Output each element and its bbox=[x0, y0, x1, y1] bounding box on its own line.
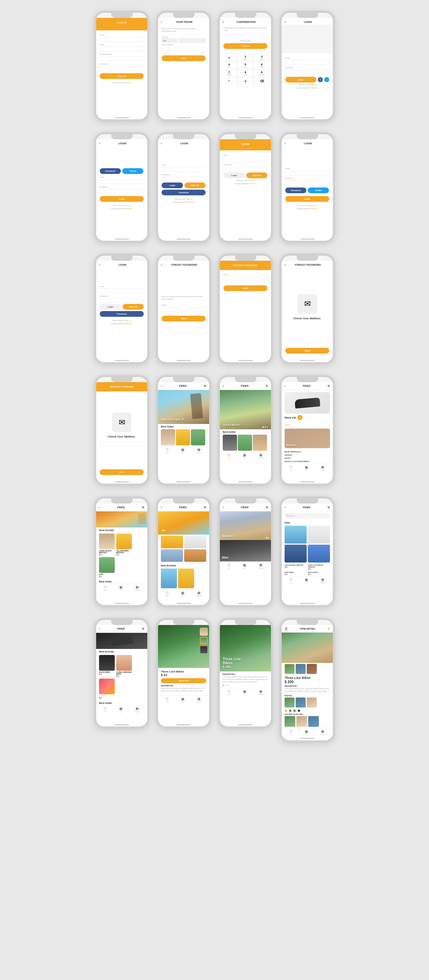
email-field[interactable] bbox=[285, 60, 329, 65]
tw-icon-circle[interactable]: t bbox=[324, 77, 329, 82]
bs-thumb-1[interactable] bbox=[223, 434, 237, 451]
key-8[interactable]: 8TUV bbox=[238, 70, 254, 77]
key-star[interactable]: * bbox=[221, 78, 237, 84]
facebook-button[interactable]: Facebook bbox=[285, 188, 306, 193]
product-3[interactable]: LOW... $10 bbox=[99, 557, 115, 578]
similar-3[interactable] bbox=[308, 716, 319, 727]
nav-cart[interactable]: ⊞Cart bbox=[243, 563, 246, 569]
thumb-1[interactable] bbox=[285, 664, 295, 674]
send-button[interactable]: Send bbox=[100, 469, 144, 475]
signup-link[interactable]: New account? Sign up bbox=[100, 204, 144, 207]
twitter-button[interactable]: Twitter bbox=[122, 168, 144, 174]
facebook-button[interactable]: Facebook bbox=[100, 168, 121, 174]
nav-home[interactable]: ♡Likes bbox=[166, 448, 169, 453]
forgot-link[interactable]: Forgot password? Recover bbox=[223, 183, 267, 185]
email-field[interactable] bbox=[100, 289, 144, 293]
email-field[interactable] bbox=[162, 167, 206, 172]
facebook-button[interactable]: Facebook bbox=[162, 189, 206, 196]
back-icon[interactable]: ‹ bbox=[285, 505, 285, 509]
nav-home[interactable]: ♡Likes bbox=[166, 697, 169, 703]
forgot-link[interactable]: Forgot password? Recover bbox=[100, 207, 144, 210]
cart-icon[interactable]: ⊞ bbox=[327, 506, 330, 509]
back-icon[interactable]: ‹ bbox=[285, 384, 285, 388]
color-2[interactable] bbox=[289, 709, 292, 712]
signup-link[interactable]: New account? Sign up bbox=[285, 84, 329, 86]
nav-settings[interactable]: ⚙Settings bbox=[196, 448, 201, 453]
nav-home[interactable]: ♡Likes bbox=[289, 465, 292, 471]
product-floral[interactable]: FLORAL DESIGNED BIKINI $55 bbox=[116, 655, 132, 677]
send-button[interactable]: Send bbox=[285, 348, 329, 353]
send-button[interactable]: Send bbox=[223, 285, 267, 291]
back-icon[interactable]: ‹ bbox=[99, 505, 100, 509]
nav-cart[interactable]: ⊞Cart bbox=[120, 707, 122, 713]
signup-link[interactable]: New account? Sign up bbox=[285, 204, 329, 207]
cat-new-arrivals[interactable]: NEW ARRIVALS bbox=[285, 450, 330, 453]
password-field[interactable] bbox=[285, 70, 329, 74]
nav-settings[interactable]: ⚙Settings bbox=[134, 707, 139, 713]
cart-icon[interactable]: ⊞ bbox=[266, 506, 268, 509]
resend-link[interactable]: Resend code bbox=[223, 40, 267, 42]
email-field[interactable] bbox=[100, 47, 144, 51]
back-icon[interactable]: ‹ bbox=[161, 505, 162, 509]
key-hash[interactable]: ⌫ bbox=[254, 78, 270, 84]
password-field[interactable] bbox=[285, 180, 329, 185]
nav-home[interactable]: ♡Likes bbox=[227, 563, 231, 569]
similar-2[interactable] bbox=[297, 716, 307, 727]
kids-product-2[interactable] bbox=[308, 526, 330, 544]
kids-product-4[interactable] bbox=[308, 545, 330, 563]
nav-cart[interactable]: ⊞Cart bbox=[305, 578, 308, 584]
bs-thumb-2[interactable] bbox=[176, 429, 190, 445]
cat-shoes[interactable]: SHOES bbox=[285, 453, 330, 457]
bs-thumb-3[interactable] bbox=[253, 434, 267, 451]
login-button[interactable]: Login bbox=[285, 77, 316, 83]
cart-icon[interactable]: ⊞ bbox=[142, 506, 144, 509]
email-field[interactable] bbox=[285, 171, 329, 175]
cart-icon[interactable]: ⊞ bbox=[266, 384, 268, 388]
nav-home[interactable]: ♡Likes bbox=[227, 453, 231, 459]
nav-cart[interactable]: ⊞Cart bbox=[181, 591, 184, 597]
nav-cart[interactable]: ⊞Cart bbox=[181, 448, 184, 453]
key-9[interactable]: 9WXYZ bbox=[254, 70, 270, 77]
na-img-1[interactable] bbox=[161, 569, 177, 588]
key-0[interactable]: 0 bbox=[238, 78, 254, 84]
signup-button[interactable]: Sign Up bbox=[185, 183, 206, 188]
nav-cart[interactable]: ⊞Cart bbox=[243, 453, 246, 459]
email-field[interactable] bbox=[162, 307, 206, 312]
email-field[interactable] bbox=[100, 179, 144, 184]
product-1[interactable]: LONGE SLEEVE BREATER $24 bbox=[99, 534, 115, 556]
bs-thumb-1[interactable] bbox=[161, 429, 175, 445]
cart-icon[interactable]: ⊞ bbox=[327, 384, 330, 388]
next-button[interactable]: Next bbox=[162, 56, 206, 61]
cart-icon[interactable]: ⊞ bbox=[142, 627, 144, 630]
na-img-2[interactable] bbox=[178, 569, 194, 588]
product-2[interactable]: YELLOW BERET BREATER $32 bbox=[116, 534, 132, 556]
nav-settings[interactable]: ⚙Settings bbox=[258, 453, 263, 459]
bs-thumb-3[interactable] bbox=[191, 429, 205, 445]
thumb-2[interactable] bbox=[296, 664, 306, 674]
cart-icon[interactable]: ⊞ bbox=[327, 627, 330, 630]
back-icon[interactable]: ‹ bbox=[161, 384, 162, 388]
nav-home[interactable]: ♡Likes bbox=[104, 585, 107, 591]
nav-home[interactable]: ♡Likes bbox=[227, 690, 231, 695]
heart-btn[interactable]: ♡ bbox=[265, 627, 269, 633]
confirm-button[interactable]: Confirm bbox=[223, 43, 267, 49]
nav-cart[interactable]: ⊞Cart bbox=[305, 730, 308, 735]
cat-bags[interactable]: BAGS bbox=[285, 457, 330, 460]
send-button[interactable]: Send bbox=[162, 316, 206, 321]
signup-button[interactable]: Sign Up bbox=[123, 304, 144, 310]
nav-cart[interactable]: ⊞Cart bbox=[181, 697, 184, 703]
key-1[interactable]: 1 bbox=[221, 54, 237, 61]
nav-cart[interactable]: ⊞Cart bbox=[243, 690, 246, 695]
nav-settings[interactable]: ⚙Settings bbox=[196, 697, 201, 703]
password-field[interactable] bbox=[100, 189, 144, 194]
signup-link[interactable]: New account? Sign up bbox=[223, 179, 267, 181]
email-field[interactable] bbox=[223, 277, 267, 282]
signup-button[interactable]: Sign Up bbox=[100, 73, 144, 79]
color-1[interactable] bbox=[285, 709, 287, 712]
back-icon[interactable]: ‹ bbox=[103, 23, 104, 27]
heart-btn[interactable]: ♡ bbox=[327, 634, 331, 641]
swatch-1[interactable] bbox=[200, 628, 208, 636]
add-btn[interactable]: + bbox=[297, 415, 303, 420]
back-icon[interactable]: ‹ bbox=[223, 384, 224, 388]
grid-img-3[interactable] bbox=[161, 549, 183, 562]
